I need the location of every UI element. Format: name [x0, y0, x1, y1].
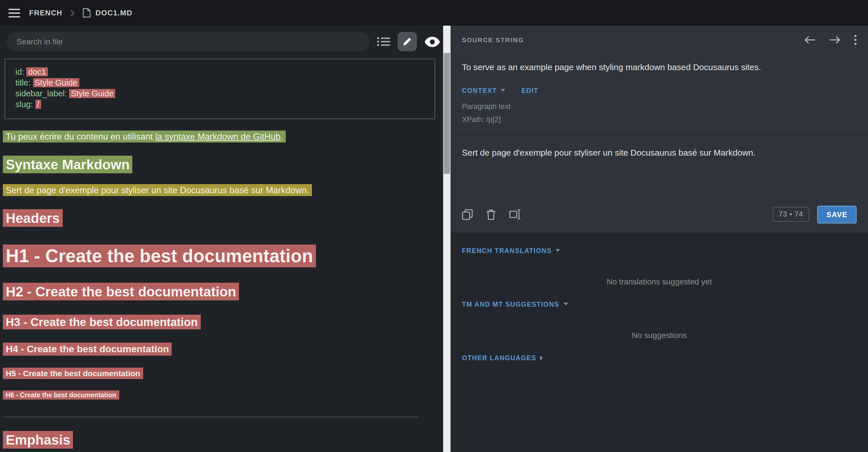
eye-icon	[424, 36, 440, 47]
breadcrumb-project[interactable]: FRENCH	[29, 8, 62, 17]
string-highlight[interactable]: Style Guide	[69, 89, 116, 98]
string-highlight[interactable]: Headers	[3, 209, 62, 227]
string-highlight[interactable]: H3 - Create the best documentation	[3, 315, 200, 329]
next-string-button[interactable]	[829, 36, 841, 44]
translation-input[interactable]: Sert de page d'exemple pour styliser un …	[462, 147, 857, 200]
app-window: FRENCH DOC1.MD	[0, 0, 868, 452]
intro-text-end: .	[281, 132, 283, 141]
hamburger-icon	[8, 8, 20, 18]
string-highlight[interactable]: doc1	[27, 67, 48, 76]
other-languages-label: OTHER LANGUAGES	[462, 355, 536, 361]
breadcrumb: FRENCH DOC1.MD	[29, 8, 132, 18]
no-translations-message: No translations suggested yet	[462, 277, 857, 286]
frontmatter-line: sidebar_label: Style Guide	[16, 88, 424, 99]
markdown-link[interactable]: la syntaxe Markdown de GitHub	[155, 132, 280, 141]
string-highlight[interactable]: Syntaxe Markdown	[3, 156, 133, 173]
other-languages-header: OTHER LANGUAGES	[462, 355, 857, 361]
scrollbar-thumb[interactable]	[444, 53, 450, 174]
save-button[interactable]: SAVE	[817, 206, 857, 223]
header-sample-h1: H1 - Create the best documentation	[3, 246, 433, 267]
frontmatter-line: title: Style Guide	[16, 77, 424, 88]
frontmatter-line: slug: /	[16, 99, 424, 110]
main-area: id: doc1 title: Style Guide sidebar_labe…	[0, 26, 868, 452]
syntax-heading: Syntaxe Markdown	[3, 157, 433, 173]
intro-paragraph: Tu peux écrire du contenu en utilisant l…	[3, 132, 433, 142]
string-nav-controls	[804, 35, 857, 45]
document-panel: id: doc1 title: Style Guide sidebar_labe…	[0, 26, 451, 452]
horizontal-rule	[3, 417, 418, 417]
list-icon	[377, 36, 390, 47]
string-highlight[interactable]: H4 - Create the best documentation	[3, 343, 172, 356]
tm-mt-label: TM AND MT SUGGESTIONS	[462, 301, 559, 308]
document-toolbar	[0, 26, 451, 57]
context-label: CONTEXT	[462, 87, 497, 94]
string-highlight[interactable]: Tu peux écrire du contenu en utilisant l…	[3, 131, 286, 142]
translated-paragraph: Sert de page d'exemple pour styliser un …	[3, 185, 433, 195]
source-string-text: To serve as an example page when styling…	[462, 61, 857, 73]
frontmatter-block: id: doc1 title: Style Guide sidebar_labe…	[5, 59, 435, 119]
preview-mode-button[interactable]	[424, 36, 440, 47]
document-scrollbar[interactable]	[443, 26, 451, 452]
string-highlight[interactable]: Emphasis	[3, 431, 73, 449]
source-string-header: SOURCE STRING	[462, 26, 857, 54]
document-content: id: doc1 title: Style Guide sidebar_labe…	[0, 59, 451, 452]
file-icon	[83, 8, 91, 18]
edit-context-button[interactable]: EDIT	[522, 87, 539, 94]
chevron-right-icon	[540, 356, 543, 360]
editor-tools	[462, 209, 521, 220]
context-toggle[interactable]: CONTEXT	[462, 87, 505, 94]
french-translations-label: FRENCH TRANSLATIONS	[462, 247, 552, 254]
yaml-key: slug:	[16, 100, 33, 109]
string-highlight[interactable]: H5 - Create the best documentation	[3, 368, 143, 379]
header-sample-h3: H3 - Create the best documentation	[3, 316, 433, 329]
text-cursor-box-icon	[509, 209, 521, 220]
headers-heading: Headers	[3, 210, 433, 226]
translation-editor: Sert de page d'exemple pour styliser un …	[451, 134, 868, 232]
intro-text: Tu peux écrire du contenu en utilisant	[6, 132, 155, 141]
string-options-button[interactable]	[854, 35, 857, 45]
copy-icon	[462, 209, 473, 220]
kebab-menu-icon	[854, 35, 857, 45]
header-sample-h4: H4 - Create the best documentation	[3, 344, 433, 355]
no-suggestions-message: No suggestions	[462, 331, 857, 340]
translation-panel: SOURCE STRING To serve as an example	[451, 26, 868, 452]
header-sample-h2: H2 - Create the best documentation	[3, 284, 433, 300]
other-languages-toggle[interactable]: OTHER LANGUAGES	[462, 355, 543, 361]
edit-mode-button[interactable]	[398, 32, 417, 51]
context-type: Paragraph text	[462, 102, 857, 110]
topbar: FRENCH DOC1.MD	[0, 0, 868, 26]
yaml-key: id:	[16, 67, 24, 76]
string-highlight[interactable]: H2 - Create the best documentation	[3, 283, 239, 300]
string-highlight[interactable]: H6 - Create the best documentation	[3, 390, 119, 399]
suggestions-section: FRENCH TRANSLATIONS No translations sugg…	[451, 232, 868, 452]
context-xpath: XPath: /p[2]	[462, 115, 857, 124]
header-sample-h6: H6 - Create the best documentation	[3, 392, 433, 398]
yaml-key: sidebar_label:	[16, 89, 67, 98]
previous-string-button[interactable]	[804, 36, 815, 44]
header-sample-h5: H5 - Create the best documentation	[3, 369, 433, 378]
chevron-down-icon	[556, 249, 560, 252]
string-highlight[interactable]: Style Guide	[33, 78, 79, 87]
chevron-right-icon	[70, 9, 75, 16]
emphasis-heading: Emphasis	[3, 432, 433, 448]
string-highlight[interactable]: H1 - Create the best documentation	[3, 245, 316, 267]
french-translations-header: FRENCH TRANSLATIONS	[462, 247, 857, 254]
tm-mt-header: TM AND MT SUGGESTIONS	[462, 301, 857, 308]
hamburger-menu-button[interactable]	[8, 8, 20, 18]
select-text-button[interactable]	[509, 209, 521, 220]
breadcrumb-file-label: DOC1.MD	[95, 8, 133, 17]
string-list-button[interactable]	[377, 36, 390, 47]
trash-icon	[487, 209, 496, 220]
copy-source-button[interactable]	[462, 209, 473, 220]
search-input[interactable]	[7, 32, 370, 51]
markdown-preview: Tu peux écrire du contenu en utilisant l…	[0, 132, 451, 452]
string-highlight[interactable]: /	[35, 100, 41, 109]
french-translations-toggle[interactable]: FRENCH TRANSLATIONS	[462, 247, 560, 254]
arrow-left-icon	[804, 36, 815, 44]
pencil-icon	[403, 37, 412, 46]
tm-mt-toggle[interactable]: TM AND MT SUGGESTIONS	[462, 301, 568, 308]
clear-translation-button[interactable]	[487, 209, 496, 220]
yaml-key: title:	[16, 78, 31, 87]
string-highlight-active[interactable]: Sert de page d'exemple pour styliser un …	[3, 184, 312, 196]
breadcrumb-file[interactable]: DOC1.MD	[83, 8, 133, 18]
